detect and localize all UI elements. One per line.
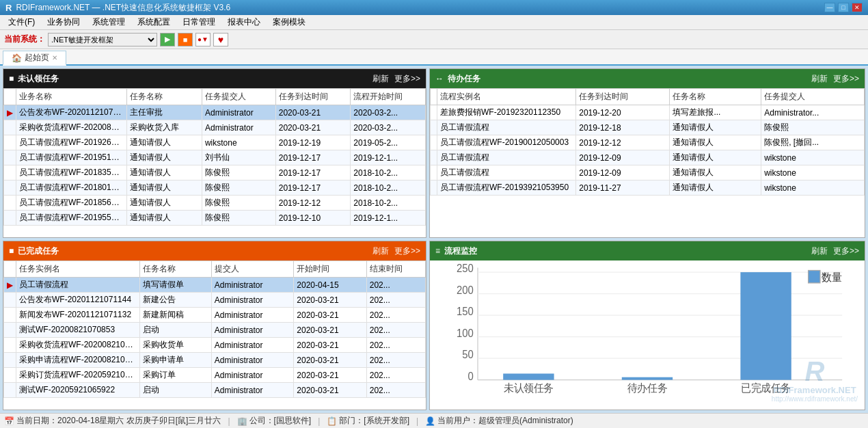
table-cell: Administrator — [211, 323, 294, 338]
completed-tasks-header: ■ 已完成任务 刷新 更多>> — [3, 241, 426, 260]
toolbar-stop-button[interactable]: ■ — [178, 33, 193, 46]
calendar-icon: 📅 — [4, 416, 14, 426]
table-row[interactable]: 员工请假流程WF-20183523053528通知请假人陈俊熙2019-12-1… — [4, 165, 426, 180]
company-icon: 🏢 — [237, 416, 247, 426]
table-row[interactable]: ▶员工请假流程填写请假单Administrator2020-04-15202..… — [4, 278, 426, 293]
table-row[interactable]: 差旅费报销WF-201923201123502019-12-20填写差旅报...… — [431, 105, 865, 120]
svg-text:200: 200 — [457, 284, 474, 295]
tab-home[interactable]: 🏠 起始页 ✕ — [3, 51, 66, 66]
table-row[interactable]: 新闻发布WF-20201121071132新建新闻稿Administrator2… — [4, 308, 426, 323]
process-monitor-more[interactable]: 更多>> — [833, 245, 859, 257]
table-cell: Administrator — [211, 338, 294, 353]
table-cell: 新闻发布WF-20201121071132 — [16, 308, 140, 323]
waiting-tasks-refresh[interactable]: 刷新 — [811, 73, 828, 85]
row-arrow — [4, 150, 16, 165]
row-arrow — [4, 368, 16, 383]
table-row[interactable]: 员工请假流程WF-20185624045630通知请假人陈俊熙2019-12-1… — [4, 196, 426, 211]
table-cell: 2019-12-12 — [275, 196, 351, 211]
table-cell: 员工请假流程WF-20195117035136 — [16, 150, 127, 165]
status-date-text: 当前日期：2020-04-18星期六 农历庚子卯日[鼠]三月廿六 — [16, 415, 221, 427]
table-cell: 2019-12-12 — [576, 135, 670, 150]
col-process-name: 流程实例名 — [437, 89, 576, 105]
toolbar-run-button[interactable]: ▶ — [160, 33, 175, 46]
menu-file[interactable]: 文件(F) — [3, 15, 40, 29]
close-button[interactable]: ✕ — [852, 3, 863, 12]
table-cell: 通知请假人 — [670, 150, 761, 165]
table-row[interactable]: 员工请假流程2019-12-09通知请假人wikstone — [431, 165, 865, 180]
table-cell: 2019-12-1... — [351, 150, 426, 165]
table-cell: 刘书仙 — [202, 150, 275, 165]
table-cell: 202... — [366, 278, 425, 293]
table-cell: 202... — [366, 293, 425, 308]
pending-tasks-more[interactable]: 更多>> — [394, 73, 420, 85]
table-cell: wikstone — [761, 180, 865, 196]
table-cell: 2019-12-17 — [275, 165, 351, 180]
table-cell: 2020-03-21 — [294, 368, 366, 383]
chart-area: 250 200 150 100 50 0 未认领任务 待办任务 — [430, 260, 865, 410]
waiting-tasks-more[interactable]: 更多>> — [833, 73, 859, 85]
table-row[interactable]: 采购收货流程WF-20200821070839采购收货单Administrato… — [4, 338, 426, 353]
col-empty3 — [4, 261, 16, 278]
table-row[interactable]: 采购订货流程WF-20205921065929采购订单Administrator… — [4, 368, 426, 383]
table-row[interactable]: 员工请假流程2019-12-18通知请假人陈俊熙 — [431, 120, 865, 135]
row-arrow — [431, 135, 437, 150]
menu-config[interactable]: 系统配置 — [132, 15, 176, 29]
table-row[interactable]: 员工请假流程WF-20192623052642通知请假人wikstone2019… — [4, 135, 426, 150]
menu-system[interactable]: 系统管理 — [87, 15, 131, 29]
table-row[interactable]: 员工请假流程WF-20195117035136通知请假人刘书仙2019-12-1… — [4, 150, 426, 165]
table-row[interactable]: 测试WF-20200821070853启动Administrator2020-0… — [4, 323, 426, 338]
table-row[interactable]: 员工请假流程WF-20180124050127通知请假人陈俊熙2019-12-1… — [4, 180, 426, 196]
toolbar-heart-button[interactable]: ♥ — [213, 33, 228, 46]
row-arrow — [4, 383, 16, 398]
table-row[interactable]: ▶公告发布WF-20201121071144主任审批Administrator2… — [4, 105, 426, 120]
menu-report[interactable]: 报表中心 — [222, 15, 266, 29]
table-cell: 启动 — [140, 383, 211, 398]
process-monitor-refresh[interactable]: 刷新 — [811, 245, 828, 257]
menu-daily[interactable]: 日常管理 — [177, 15, 221, 29]
menu-business[interactable]: 业务协同 — [42, 15, 85, 29]
watermark-r: R — [772, 358, 858, 385]
toolbar-dot-button[interactable]: ●▼ — [195, 33, 211, 46]
table-row[interactable]: 员工请假流程WF-201939210539502019-11-27通知请假人wi… — [431, 180, 865, 196]
row-arrow — [431, 150, 437, 165]
table-cell: Administrator — [211, 308, 294, 323]
table-cell: 员工请假流程WF-20193921053950 — [437, 180, 576, 196]
table-row[interactable]: 公告发布WF-20201121071144新建公告Administrator20… — [4, 293, 426, 308]
completed-tasks-more[interactable]: 更多>> — [394, 245, 420, 257]
table-cell: 2020-03-21 — [294, 383, 366, 398]
row-arrow — [4, 353, 16, 368]
table-row[interactable]: 采购申请流程WF-20200821070829采购申请单Administrato… — [4, 353, 426, 368]
table-cell: 员工请假流程 — [16, 278, 140, 293]
system-select[interactable]: .NET敏捷开发框架 — [48, 33, 157, 46]
process-monitor-panel: ≡ 流程监控 刷新 更多>> 250 200 150 100 50 0 — [429, 241, 865, 410]
pending-tasks-refresh[interactable]: 刷新 — [372, 73, 389, 85]
maximize-button[interactable]: □ — [838, 3, 849, 12]
tab-bar: 🏠 起始页 ✕ — [0, 49, 868, 66]
table-cell: 采购收货单 — [140, 338, 211, 353]
table-row[interactable]: 员工请假流程2019-12-09通知请假人wikstone — [431, 150, 865, 165]
row-arrow — [4, 211, 16, 226]
status-company-text: 公司：[国思软件] — [249, 415, 312, 427]
legend-label: 数量 — [822, 271, 841, 283]
col-submitter: 任务提交人 — [202, 89, 275, 105]
tab-close-button[interactable]: ✕ — [52, 54, 57, 62]
completed-tasks-refresh[interactable]: 刷新 — [372, 245, 389, 257]
table-row[interactable]: 采购收货流程WF-20200821070839采购收货入库Administrat… — [4, 120, 426, 135]
table-cell: 陈俊熙 — [761, 120, 865, 135]
col-arrive-time: 任务到达时间 — [275, 89, 351, 105]
table-cell: 2020-03-21 — [294, 353, 366, 368]
waiting-tasks-table: 流程实例名 任务到达时间 任务名称 任务提交人 差旅费报销WF-20192320… — [430, 88, 865, 196]
table-cell: wikstone — [202, 135, 275, 150]
col-task-name3: 任务名称 — [140, 261, 211, 278]
table-cell: Administrator — [202, 105, 275, 120]
menu-case[interactable]: 案例模块 — [267, 15, 311, 29]
dept-icon: 📋 — [327, 416, 337, 426]
table-cell: 2020-03-21 — [294, 308, 366, 323]
table-cell: 2020-04-15 — [294, 278, 366, 293]
row-arrow: ▶ — [4, 105, 16, 120]
table-row[interactable]: 员工请假流程WF-201900120500032019-12-12通知请假人陈俊… — [431, 135, 865, 150]
table-row[interactable]: 员工请假流程WF-20195524045515通知请假人陈俊熙2019-12-1… — [4, 211, 426, 226]
table-row[interactable]: 测试WF-20205921065922启动Administrator2020-0… — [4, 383, 426, 398]
minimize-button[interactable]: — — [824, 3, 835, 12]
table-cell: 通知请假人 — [127, 211, 202, 226]
